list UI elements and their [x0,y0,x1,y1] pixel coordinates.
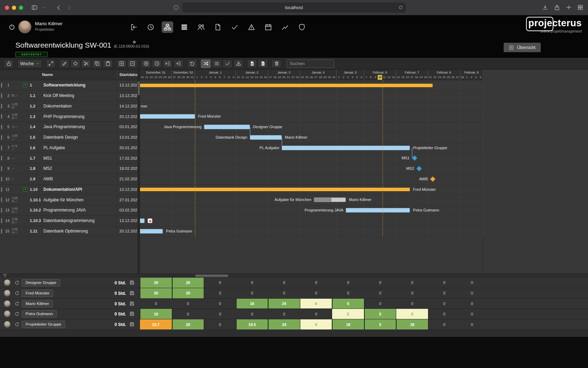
task-warning-icon[interactable] [148,218,152,223]
summary-bar[interactable] [140,84,433,87]
circle-up-button[interactable] [141,60,151,68]
task-row[interactable]: 21.1Kick Off Meeting13.12.2021 [0,91,138,101]
trash-button[interactable] [272,60,281,68]
resource-name-chip[interactable]: Designer Gruppe [22,279,60,286]
search-input[interactable] [287,60,334,68]
task-row[interactable]: 91.8MS218.02.2022 [0,164,138,174]
share-icon[interactable] [554,5,560,11]
task-bar[interactable] [346,208,410,213]
sync-button[interactable] [15,301,19,306]
save-button[interactable] [130,322,134,327]
copy-button[interactable] [92,60,102,68]
pencil-button[interactable] [59,60,69,68]
filter-icon[interactable] [3,273,7,278]
task-bar[interactable] [250,135,282,140]
new-tab-icon[interactable] [566,5,572,11]
window-close-button[interactable] [5,6,9,10]
remove-task-button[interactable] [127,60,137,68]
address-bar[interactable]: localhost [182,2,406,13]
task-row[interactable]: 31.2Dokumentation14.12.2021 [0,101,138,112]
add-task-button[interactable] [117,60,126,68]
task-row[interactable]: 131.10.2Programmierung JAVA03.02.2022 [0,205,138,216]
task-row[interactable]: 141.10.3Datenbankprogrammierung13.12.202… [0,216,138,226]
nav-chart-icon[interactable] [281,23,289,31]
resource-name-chip[interactable]: Fred Münster [22,290,53,297]
nav-warning-icon[interactable] [248,23,255,31]
resource-name-chip[interactable]: Petra Gutmann [22,310,57,318]
sync-button[interactable] [15,291,19,296]
chevron-down-icon[interactable] [42,6,45,9]
task-row[interactable]: 51.4Java Programmierung03.01.2022 [0,122,138,132]
lock-open-button[interactable] [4,60,14,68]
resource-name-chip[interactable]: Projektleiter Gruppe [22,321,65,328]
vertical-scroll-thumb[interactable] [138,81,140,95]
task-row[interactable]: 71.6PL Aufgabe20.01.2022 [0,143,138,153]
task-row[interactable]: 11+1.10Dokumentation/API13.12.2021 [0,185,138,195]
nav-rows-icon[interactable] [181,23,188,31]
diamond-button[interactable] [70,60,80,68]
save-button[interactable] [130,291,134,296]
user-avatar[interactable] [18,20,31,34]
task-bar[interactable] [282,146,410,150]
task-row[interactable]: 151.11Datenbank Optimierung20.12.2021 [0,226,138,237]
horizontal-scrollbar[interactable] [0,273,588,278]
nav-document-icon[interactable] [214,23,222,31]
nav-people-icon[interactable] [197,23,205,31]
outdent-button[interactable] [174,60,183,68]
overview-button[interactable]: Übersicht [504,43,541,52]
favorite-star-icon[interactable] [132,39,136,45]
task-bar[interactable] [204,125,250,129]
milestone-diamond[interactable] [430,176,435,182]
nav-check-icon[interactable] [231,23,238,31]
pdf-export-button[interactable] [247,60,257,68]
progress-bar[interactable] [314,197,346,202]
milestone-diamond[interactable] [412,155,417,161]
back-button[interactable] [56,5,62,11]
nav-shield-icon[interactable] [298,23,306,31]
downloads-icon[interactable] [542,5,548,11]
privacy-shield-icon[interactable] [173,5,179,11]
task-row[interactable]: 121.10.1Aufgabe für München27.01.2022 [0,195,138,205]
sync-button[interactable] [15,312,19,316]
save-button[interactable] [130,280,134,285]
expand-button[interactable]: + [23,187,27,192]
forward-button[interactable] [66,5,72,11]
window-zoom-button[interactable] [19,6,23,10]
vertical-scrollbar[interactable] [138,70,140,273]
circle-clock-button[interactable] [152,60,162,68]
task-row[interactable]: 1+1Softwareentwicklung13.12.2021 [0,80,138,91]
paste-button[interactable] [103,60,113,68]
nav-exit-icon[interactable] [130,23,138,31]
task-bar[interactable] [140,218,145,223]
task-bar[interactable] [140,114,195,119]
task-row[interactable]: 41.3PHP Programmierung20.12.2021 [0,111,138,122]
critical-path-button[interactable] [201,60,211,68]
milestone-diamond[interactable] [416,166,422,172]
scissors-button[interactable] [81,60,91,68]
reload-icon[interactable] [398,5,403,10]
task-row[interactable]: 101.9AWB21.02.2022 [0,174,138,185]
save-button[interactable] [130,311,134,316]
expand-button[interactable]: + [23,83,27,87]
window-minimize-button[interactable] [12,6,16,10]
undo-button[interactable] [187,60,197,68]
tab-overview-icon[interactable] [578,5,583,11]
view-scale-select[interactable]: Woche [18,60,42,68]
horizontal-scroll-thumb[interactable] [195,275,228,277]
menu-button[interactable] [212,60,222,68]
indent-button[interactable] [163,60,173,68]
resource-name-chip[interactable]: Mario Killmer [22,300,53,307]
pdf-export-alt-button[interactable] [258,60,268,68]
nav-calendar-icon[interactable] [265,23,272,31]
summary-bar[interactable] [140,188,410,191]
nav-sitemap-icon[interactable] [162,21,173,33]
check-button[interactable] [223,60,232,68]
warning-button[interactable] [233,60,243,68]
sync-button[interactable] [15,280,19,285]
logout-power-icon[interactable] [8,23,15,30]
sidebar-toggle-icon[interactable] [31,5,37,11]
nav-clock-icon[interactable] [147,23,154,31]
sync-button[interactable] [15,322,19,327]
task-row[interactable]: 81.7MS117.02.2022 [0,153,138,164]
task-row[interactable]: 61.5Datenbank Design13.01.2022 [0,132,138,143]
